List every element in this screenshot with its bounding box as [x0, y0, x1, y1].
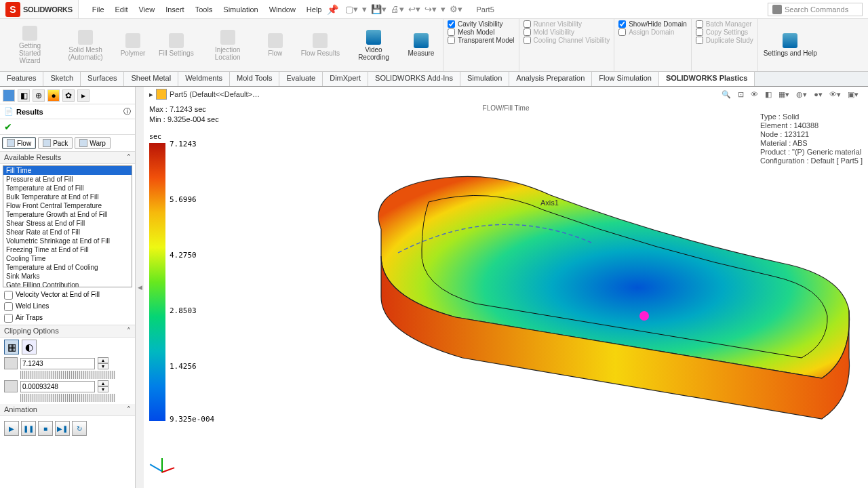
check-velocity-vector-at-end-of-fill[interactable]: Velocity Vector at End of Fill — [4, 291, 131, 300]
result-temperature-growth-at-end-of-fill[interactable]: Temperature Growth at End of Fill — [3, 210, 132, 219]
fm-tab-4[interactable]: ● — [47, 89, 60, 102]
tab-solidworks-plastics[interactable]: SOLIDWORKS Plastics — [659, 72, 755, 86]
zoom-fit-icon[interactable]: 🔍 — [720, 89, 732, 100]
spin-down[interactable]: ▼ — [98, 363, 108, 369]
result-cooling-time[interactable]: Cooling Time — [3, 254, 132, 263]
pause-button[interactable]: ❚❚ — [21, 421, 36, 436]
save-icon[interactable]: 💾▾ — [371, 4, 387, 14]
clip-max-input[interactable] — [20, 358, 95, 369]
tab-features[interactable]: Features — [0, 72, 43, 86]
ribbon-check-mesh-model[interactable]: Mesh Model — [448, 28, 515, 36]
tab-flow-simulation[interactable]: Flow Simulation — [592, 72, 659, 86]
menu-help[interactable]: Help — [301, 3, 328, 16]
ribbon-solid-mesh-automatic-[interactable]: Solid Mesh (Automatic) — [58, 20, 113, 70]
fm-tab-6[interactable]: ▸ — [77, 89, 90, 102]
result-shear-stress-at-end-of-fill[interactable]: Shear Stress at End of Fill — [3, 219, 132, 228]
ribbon-check-mold-visibility[interactable]: Mold Visibility — [524, 28, 610, 36]
clip-mode-1[interactable]: ▦ — [4, 340, 19, 354]
tab-surfaces[interactable]: Surfaces — [81, 72, 124, 86]
ribbon-flow[interactable]: Flow — [256, 20, 294, 70]
result-tab-pack[interactable]: Pack — [38, 137, 73, 149]
fm-tab-1[interactable] — [3, 89, 15, 102]
tab-mold-tools[interactable]: Mold Tools — [230, 72, 279, 86]
result-temperature-at-end-of-cooling[interactable]: Temperature at End of Cooling — [3, 263, 132, 272]
ribbon-check-runner-visibility[interactable]: Runner Visibility — [524, 20, 610, 28]
menu-insert[interactable]: Insert — [160, 3, 190, 16]
ribbon-check-batch-manager[interactable]: Batch Manager — [696, 20, 753, 28]
undo-icon[interactable]: ↩▾ — [408, 4, 420, 14]
breadcrumb-text[interactable]: Part5 (Default<<Default>… — [170, 90, 260, 98]
result-fill-time[interactable]: Fill Time — [3, 166, 132, 175]
expand-icon[interactable]: ▸ — [149, 90, 153, 99]
result-pressure-at-end-of-fill[interactable]: Pressure at End of Fill — [3, 175, 132, 184]
loop-button[interactable]: ↻ — [72, 421, 87, 436]
fm-tab-5[interactable]: ✿ — [62, 89, 75, 102]
results-list[interactable]: Fill TimePressure at End of FillTemperat… — [3, 165, 132, 287]
ribbon-check-duplicate-study[interactable]: Duplicate Study — [696, 37, 753, 44]
clip-min-input[interactable] — [20, 381, 95, 392]
collapse-icon[interactable]: ˄ — [127, 327, 131, 336]
view-triad[interactable] — [149, 454, 179, 484]
ribbon-check-cavity-visibility[interactable]: Cavity Visibility — [448, 20, 515, 28]
display-icon[interactable]: ◍▾ — [795, 89, 808, 100]
result-gate-filling-contribution[interactable]: Gate Filling Contribution — [3, 281, 132, 287]
open-icon[interactable]: ▾ — [362, 4, 367, 14]
collapse-icon[interactable]: ˄ — [127, 405, 131, 414]
tab-analysis-preparation[interactable]: Analysis Preparation — [509, 72, 592, 86]
play-button[interactable]: ▶ — [4, 421, 19, 436]
scene-icon[interactable]: ●▾ — [812, 89, 824, 100]
step-button[interactable]: ▶❚ — [55, 421, 70, 436]
print-icon[interactable]: 🖨▾ — [391, 4, 404, 14]
fm-tab-3[interactable]: ⊕ — [33, 89, 45, 102]
new-icon[interactable]: ▢▾ — [345, 4, 358, 14]
ribbon-check-show-hide-domain[interactable]: Show/Hide Domain — [618, 20, 687, 28]
ribbon-check-assign-domain[interactable]: Assign Domain — [618, 28, 687, 36]
result-volumetric-shrinkage-at-end-of-fill[interactable]: Volumetric Shrinkage at End of Fill — [3, 237, 132, 245]
ribbon-getting-started-wizard[interactable]: Getting Started Wizard — [3, 20, 57, 70]
result-bulk-temperature-at-end-of-fill[interactable]: Bulk Temperature at End of Fill — [3, 192, 132, 201]
prev-view-icon[interactable]: 👁 — [749, 89, 760, 100]
menu-edit[interactable]: Edit — [110, 3, 134, 16]
ribbon-flow-results[interactable]: Flow Results — [296, 20, 345, 70]
result-shear-rate-at-end-of-fill[interactable]: Shear Rate at End of Fill — [3, 228, 132, 237]
help-icon[interactable]: ⓘ — [123, 106, 131, 117]
section-icon[interactable]: ◧ — [764, 89, 773, 100]
tab-solidworks-add-ins[interactable]: SOLIDWORKS Add-Ins — [368, 72, 460, 86]
redo-icon[interactable]: ↪▾ — [425, 4, 437, 14]
clip-min-slider[interactable] — [20, 394, 115, 402]
sel-icon[interactable]: ▾ — [441, 4, 446, 14]
menu-file[interactable]: File — [87, 3, 110, 16]
model-render[interactable]: Axis1 — [307, 155, 863, 453]
settings-help-button[interactable]: Settings and Help — [758, 19, 823, 71]
ok-icon[interactable]: ✔ — [4, 121, 12, 132]
fm-tab-2[interactable]: ◧ — [18, 89, 30, 102]
pin-icon[interactable]: 📌 — [327, 4, 338, 15]
graphics-view[interactable]: ▸ Part5 (Default<<Default>… 🔍 ⊡ 👁 ◧ ▦▾ ◍… — [144, 87, 868, 488]
collapse-icon[interactable]: ˄ — [127, 153, 131, 162]
ribbon-measure[interactable]: Measure — [402, 20, 440, 70]
spin-up[interactable]: ▲ — [98, 357, 108, 363]
ribbon-check-transparent-model[interactable]: Transparent Model — [448, 37, 515, 44]
ribbon-video-recording[interactable]: Video Recording — [347, 20, 401, 70]
result-freezing-time-at-end-of-fill[interactable]: Freezing Time at End of Fill — [3, 245, 132, 254]
ribbon-polymer[interactable]: Polymer — [114, 20, 152, 70]
search-box[interactable]: Search Commands — [768, 3, 863, 16]
result-flow-front-central-temperature[interactable]: Flow Front Central Temperature — [3, 201, 132, 210]
check-air-traps[interactable]: Air Traps — [4, 314, 131, 323]
result-temperature-at-end-of-fill[interactable]: Temperature at End of Fill — [3, 184, 132, 192]
splitter[interactable]: ◀ — [136, 87, 144, 488]
ribbon-check-cooling-channel-visibility[interactable]: Cooling Channel Visibility — [524, 37, 610, 44]
tab-evaluate[interactable]: Evaluate — [279, 72, 323, 86]
options-icon[interactable]: ⚙▾ — [450, 4, 462, 14]
menu-view[interactable]: View — [133, 3, 160, 16]
result-sink-marks[interactable]: Sink Marks — [3, 272, 132, 281]
menu-window[interactable]: Window — [264, 3, 301, 16]
check-weld-lines[interactable]: Weld Lines — [4, 302, 131, 311]
menu-simulation[interactable]: Simulation — [218, 3, 263, 16]
hide-icon[interactable]: 👁▾ — [828, 89, 842, 100]
result-tab-flow[interactable]: Flow — [2, 137, 36, 149]
stop-button[interactable]: ■ — [38, 421, 53, 436]
spin-down[interactable]: ▼ — [98, 386, 108, 392]
orient-icon[interactable]: ▦▾ — [777, 89, 791, 100]
tab-weldments[interactable]: Weldments — [178, 72, 230, 86]
